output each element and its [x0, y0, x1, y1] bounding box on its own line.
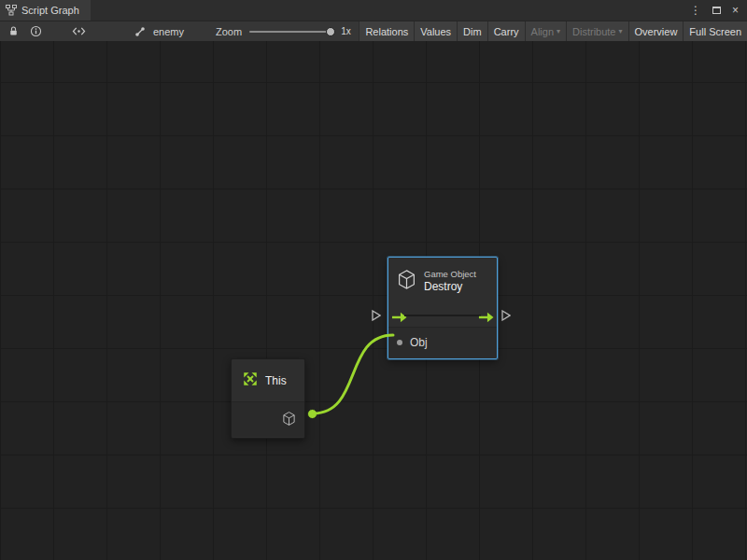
graph-name-label: enemy [153, 26, 184, 37]
fullscreen-button[interactable]: Full Screen [683, 21, 747, 42]
zoom-label: Zoom [216, 26, 242, 37]
overview-button[interactable]: Overview [628, 21, 684, 42]
this-output-port[interactable] [307, 409, 317, 419]
wire-layer [0, 41, 747, 560]
node-destroy-header: Game Object Destroy [388, 258, 497, 304]
values-button[interactable]: Values [414, 21, 457, 42]
graph-reference[interactable]: enemy [132, 23, 184, 40]
script-graph-icon [6, 5, 17, 16]
close-icon[interactable]: × [732, 5, 739, 16]
node-destroy-flow-row [388, 304, 497, 327]
flow-connector-line [404, 315, 481, 316]
node-this-header: This [232, 359, 304, 402]
node-this-title: This [265, 374, 287, 387]
node-destroy-titles: Game Object Destroy [424, 269, 476, 293]
zoom-value: 1x [341, 26, 351, 36]
flow-output-port[interactable] [501, 310, 511, 321]
connection-wire [313, 335, 393, 413]
menu-icon[interactable]: ⋮ [690, 5, 701, 16]
carry-button[interactable]: Carry [487, 21, 525, 42]
cube-icon [397, 269, 416, 294]
node-destroy[interactable]: Game Object Destroy [388, 257, 498, 359]
dim-button[interactable]: Dim [457, 21, 487, 42]
tab-script-graph[interactable]: Script Graph [0, 0, 91, 21]
graph-asset-icon [132, 23, 148, 40]
zoom-slider-knob[interactable] [326, 27, 335, 36]
move-arrows-icon [242, 371, 259, 391]
chevron-down-icon: ▾ [619, 28, 623, 35]
obj-port-label: Obj [410, 336, 428, 349]
code-icon[interactable] [70, 23, 87, 40]
chevron-down-icon: ▾ [557, 28, 560, 35]
tab-title: Script Graph [21, 5, 79, 16]
node-destroy-subtitle: Game Object [424, 269, 476, 279]
info-icon[interactable] [27, 23, 44, 40]
cube-icon [282, 411, 296, 430]
flow-enter-arrow-icon[interactable] [391, 310, 407, 327]
lock-icon[interactable] [5, 23, 21, 40]
node-this-body [232, 402, 304, 437]
zoom-slider[interactable] [249, 25, 335, 38]
flow-exit-arrow-icon[interactable] [478, 310, 494, 327]
graph-toolbar: enemy Zoom 1x Relations Values Dim Carry… [0, 21, 747, 41]
node-destroy-title: Destroy [424, 280, 476, 293]
flow-input-port[interactable] [372, 310, 381, 321]
distribute-button[interactable]: Distribute ▾ [566, 21, 627, 42]
obj-input-port[interactable] [397, 340, 402, 345]
tab-bar: Script Graph ⋮ × [0, 0, 747, 21]
relations-button[interactable]: Relations [359, 21, 414, 42]
script-graph-window: Script Graph ⋮ × [0, 0, 747, 560]
align-button[interactable]: Align ▾ [525, 21, 566, 42]
graph-canvas[interactable]: This [0, 41, 747, 560]
node-this[interactable]: This [231, 358, 305, 439]
node-destroy-obj-row: Obj [388, 327, 497, 357]
window-controls: ⋮ × [690, 0, 747, 21]
maximize-icon[interactable] [712, 7, 721, 14]
zoom-slider-track [249, 31, 335, 33]
toolbar-buttons: Relations Values Dim Carry Align ▾ Distr… [359, 21, 747, 42]
